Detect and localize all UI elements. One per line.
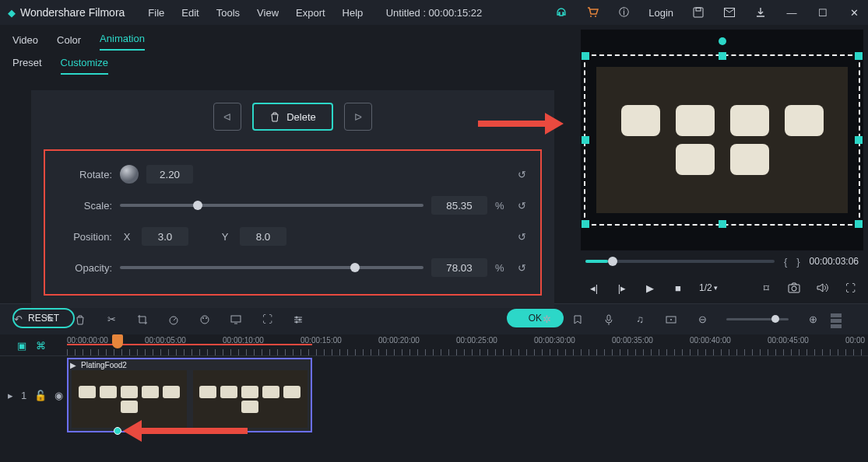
speed-icon[interactable] [167, 313, 181, 327]
position-label: Position: [56, 231, 112, 243]
svg-point-10 [206, 317, 207, 319]
timeline-ruler[interactable]: 00:00:00:00 00:00:05:00 00:00:10:00 00:0… [67, 334, 868, 355]
opacity-input[interactable] [431, 258, 487, 277]
menu-tools[interactable]: Tools [216, 7, 240, 19]
magnet-icon[interactable]: ⌘ [36, 340, 46, 352]
playhead[interactable] [112, 334, 123, 348]
timeline-options-icon[interactable]: ▣ [17, 340, 26, 352]
play-icon[interactable]: ▶ [643, 281, 657, 295]
marker-icon[interactable] [664, 313, 678, 327]
position-x-input[interactable] [142, 227, 188, 246]
menu-edit[interactable]: Edit [181, 7, 199, 19]
zoom-out-icon[interactable]: ⊖ [695, 313, 709, 327]
crop-icon[interactable] [135, 313, 149, 327]
svg-point-8 [201, 316, 209, 324]
progress-slider[interactable] [585, 260, 775, 263]
music-icon[interactable]: ♫ [633, 313, 647, 327]
track-visibility-icon[interactable]: ▸ [8, 390, 13, 401]
tab-color[interactable]: Color [57, 34, 81, 51]
scale-reset-icon[interactable]: ↺ [514, 198, 529, 213]
rotate-input[interactable] [146, 165, 193, 184]
position-y-input[interactable] [240, 227, 286, 246]
svg-rect-11 [231, 316, 241, 322]
menu-file[interactable]: File [148, 7, 164, 19]
clip-name: PlatingFood2 [81, 361, 127, 369]
svg-point-17 [670, 319, 672, 320]
mark-in-icon[interactable]: { [784, 256, 787, 268]
prev-keyframe-button[interactable]: ᐊ [213, 103, 241, 131]
tab-video[interactable]: Video [12, 34, 38, 51]
rotate-reset-icon[interactable]: ↺ [514, 166, 529, 182]
maximize-icon[interactable]: ☐ [817, 6, 829, 19]
play-backward-icon[interactable]: |▸ [615, 281, 629, 295]
track-size-icon[interactable] [831, 313, 842, 329]
brightness-icon[interactable]: ✲ [539, 313, 553, 327]
download-icon[interactable] [754, 6, 767, 19]
mail-icon[interactable] [723, 6, 736, 19]
svg-rect-2 [694, 8, 703, 17]
main-menu: File Edit Tools View Export Help [148, 7, 363, 19]
scale-slider[interactable] [120, 204, 423, 207]
app-name: Wondershare Filmora [20, 6, 125, 19]
svg-point-1 [595, 16, 596, 17]
step-back-icon[interactable]: ◂| [587, 281, 601, 295]
subtab-preset[interactable]: Preset [12, 57, 42, 75]
cut-icon[interactable]: ✂ [104, 313, 118, 327]
tab-animation[interactable]: Animation [100, 33, 145, 51]
rotate-knob[interactable] [120, 165, 139, 184]
trash-icon[interactable] [73, 313, 87, 327]
opacity-slider[interactable] [120, 266, 423, 269]
track-label: 1 [21, 390, 26, 401]
menu-help[interactable]: Help [343, 7, 364, 19]
svg-point-0 [590, 16, 592, 17]
rotate-label: Rotate: [56, 169, 112, 180]
annotation-arrow-right [478, 113, 564, 135]
transform-bounding-box[interactable] [584, 54, 860, 226]
display-icon[interactable]: ⌑ [759, 281, 773, 295]
keyframe-marker[interactable] [114, 427, 121, 435]
menu-export[interactable]: Export [296, 7, 325, 19]
tag-icon[interactable] [571, 313, 585, 327]
zoom-in-icon[interactable]: ⊕ [806, 313, 820, 327]
mic-icon[interactable] [602, 313, 616, 327]
screen-icon[interactable] [229, 313, 243, 327]
opacity-reset-icon[interactable]: ↺ [514, 260, 529, 275]
undo-icon[interactable]: ↶ [11, 313, 25, 327]
minimize-icon[interactable]: — [785, 6, 798, 19]
scale-input[interactable] [431, 196, 487, 215]
redo-icon[interactable]: ↷ [42, 313, 56, 327]
svg-rect-15 [607, 315, 610, 320]
login-link[interactable]: Login [648, 7, 673, 19]
next-keyframe-button[interactable]: ᐅ [344, 103, 372, 131]
volume-icon[interactable] [815, 281, 829, 295]
svg-point-6 [792, 286, 796, 291]
fullscreen-icon[interactable]: ⛶ [843, 281, 857, 295]
menu-view[interactable]: View [257, 7, 279, 19]
cart-icon[interactable] [586, 6, 599, 19]
ok-button[interactable]: OK [507, 309, 564, 327]
delete-button[interactable]: Delete [252, 103, 333, 131]
x-label: X [120, 231, 134, 243]
track-eye-icon[interactable]: ◉ [54, 390, 63, 401]
y-label: Y [218, 231, 232, 243]
svg-rect-3 [696, 8, 701, 11]
info-icon[interactable]: ⓘ [617, 6, 630, 19]
support-icon[interactable] [555, 6, 568, 19]
stop-icon[interactable]: ■ [671, 281, 685, 295]
settings-icon[interactable] [291, 313, 305, 327]
percent-label-2: % [495, 262, 506, 274]
save-icon[interactable] [692, 6, 705, 19]
position-reset-icon[interactable]: ↺ [514, 229, 529, 244]
subtab-customize[interactable]: Customize [61, 57, 108, 75]
preview-panel[interactable] [581, 30, 863, 250]
snapshot-icon[interactable] [787, 281, 801, 295]
zoom-slider[interactable] [726, 318, 789, 320]
mark-out-icon[interactable]: } [796, 256, 799, 268]
scale-label: Scale: [56, 200, 112, 212]
playback-speed[interactable]: 1/2 ▾ [699, 282, 718, 293]
app-logo: ◆ [8, 7, 16, 19]
close-icon[interactable]: ✕ [848, 6, 860, 19]
expand-icon[interactable]: ⛶ [260, 313, 274, 327]
color-icon[interactable] [198, 313, 212, 327]
track-lock-icon[interactable]: 🔓 [34, 390, 47, 401]
